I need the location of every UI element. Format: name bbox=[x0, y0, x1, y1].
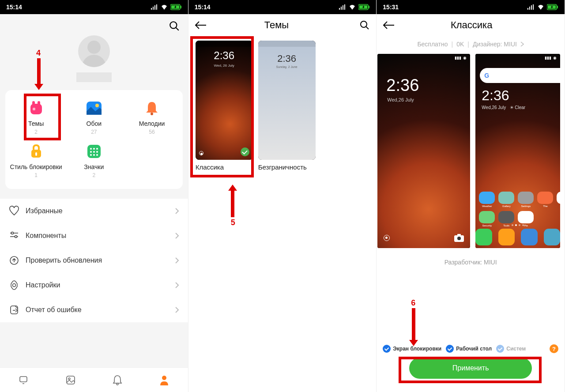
meta-row[interactable]: Бесплатно | 0K | Дизайнер: MIUI bbox=[377, 36, 565, 54]
menu-favorites[interactable]: Избранные bbox=[0, 199, 188, 223]
search-icon[interactable] bbox=[359, 20, 370, 30]
theme-thumb: 2:36 Sunday, 2 June bbox=[258, 41, 316, 160]
theme-name: Классика bbox=[196, 163, 253, 171]
cell-label: Значки bbox=[84, 163, 104, 170]
signal-icon bbox=[151, 4, 158, 10]
svg-marker-33 bbox=[11, 281, 17, 290]
svg-rect-42 bbox=[339, 8, 340, 10]
svg-rect-9 bbox=[30, 104, 42, 114]
cell-label: Темы bbox=[28, 120, 44, 127]
chevron-right-icon bbox=[175, 207, 179, 215]
svg-point-29 bbox=[11, 232, 14, 234]
cell-icons[interactable]: Значки 2 bbox=[65, 141, 123, 185]
svg-rect-45 bbox=[344, 4, 345, 10]
svg-rect-1 bbox=[153, 7, 154, 10]
categories-card: Темы 2 Обои 27 Мелодии 56 Стиль блокиров… bbox=[5, 90, 183, 189]
preview-date: Wed,26 July bbox=[387, 97, 414, 102]
header: Темы bbox=[188, 14, 377, 36]
svg-point-39 bbox=[68, 378, 70, 380]
screen-profile: 15:14 Темы 2 Обои 27 bbox=[0, 0, 188, 392]
menu-settings[interactable]: Настройки bbox=[0, 273, 188, 298]
check-icon bbox=[446, 345, 454, 353]
image-icon bbox=[65, 375, 76, 385]
opt-system[interactable]: Систем bbox=[496, 345, 526, 353]
app-icon: Weather bbox=[479, 192, 495, 207]
cell-themes[interactable]: Темы 2 bbox=[7, 98, 65, 141]
user-name-placeholder bbox=[76, 72, 112, 82]
svg-rect-10 bbox=[32, 101, 35, 106]
svg-point-49 bbox=[361, 21, 367, 27]
battery-icon bbox=[547, 4, 558, 10]
nav-home[interactable] bbox=[0, 368, 47, 392]
svg-point-7 bbox=[170, 22, 177, 28]
svg-point-27 bbox=[96, 154, 98, 156]
dock bbox=[475, 229, 560, 245]
annotation-5: 5 bbox=[231, 218, 235, 227]
menu-report[interactable]: Отчет об ошибке bbox=[0, 298, 188, 322]
annotation-4: 4 bbox=[36, 49, 41, 58]
theme-icon bbox=[29, 101, 44, 115]
cell-lock-style[interactable]: Стиль блокировки 1 bbox=[7, 141, 65, 185]
app-grid: WeatherGallerySettingsTheGoogleSecurityT… bbox=[479, 192, 560, 227]
svg-rect-57 bbox=[557, 6, 558, 8]
page-title: Классика bbox=[384, 19, 558, 31]
chevron-right-icon bbox=[520, 41, 524, 47]
cell-count: 2 bbox=[34, 129, 38, 135]
menu-update[interactable]: Проверить обновления bbox=[0, 248, 188, 273]
dock-icon bbox=[544, 229, 561, 245]
page-title: Темы bbox=[194, 19, 360, 31]
svg-rect-6 bbox=[181, 6, 181, 8]
svg-rect-12 bbox=[33, 108, 35, 110]
svg-rect-44 bbox=[343, 5, 343, 10]
apply-button[interactable]: Применить bbox=[409, 358, 532, 379]
google-logo: G bbox=[484, 72, 489, 79]
status-icons bbox=[151, 4, 182, 10]
svg-point-60 bbox=[457, 237, 461, 240]
svg-rect-36 bbox=[20, 377, 27, 382]
svg-rect-48 bbox=[369, 6, 369, 8]
chevron-right-icon bbox=[175, 232, 179, 239]
battery-icon bbox=[170, 4, 182, 10]
nav-wallpaper[interactable] bbox=[47, 368, 94, 392]
menu-components[interactable]: Компоненты bbox=[0, 223, 188, 248]
preview-homescreen[interactable]: ▮▮▮◉ G 2:36 Wed,26 July ☀ Clear WeatherG… bbox=[475, 54, 560, 248]
cell-ringtones[interactable]: Мелодии 56 bbox=[123, 98, 181, 141]
wifi-icon bbox=[349, 4, 356, 10]
cell-label: Стиль блокировки bbox=[10, 163, 62, 170]
svg-point-21 bbox=[96, 148, 98, 150]
status-icons bbox=[339, 4, 370, 10]
thumb-date: Sunday, 2 June bbox=[258, 65, 316, 68]
svg-rect-17 bbox=[35, 152, 37, 156]
dock-icon bbox=[521, 229, 538, 245]
svg-rect-59 bbox=[457, 234, 461, 236]
nav-ringtones[interactable] bbox=[94, 368, 141, 392]
preview-lockscreen[interactable]: ▮▮▮◉ 2:36 Wed,26 July bbox=[377, 54, 470, 248]
chevron-right-icon bbox=[175, 282, 179, 289]
cell-wallpapers[interactable]: Обои 27 bbox=[65, 98, 123, 141]
svg-point-15 bbox=[151, 113, 153, 115]
arrow-down bbox=[414, 308, 418, 346]
svg-line-8 bbox=[176, 27, 179, 30]
camera-icon bbox=[454, 234, 464, 242]
help-icon[interactable]: ? bbox=[550, 344, 558, 353]
svg-point-41 bbox=[162, 376, 166, 380]
nav-profile[interactable] bbox=[141, 368, 188, 392]
status-bar: 15:31 bbox=[377, 0, 565, 14]
svg-point-20 bbox=[93, 148, 95, 150]
svg-rect-3 bbox=[156, 4, 157, 10]
avatar-section[interactable] bbox=[0, 32, 188, 90]
developer-line: Разработчик: MIUI bbox=[377, 259, 565, 266]
theme-limitless[interactable]: 2:36 Sunday, 2 June Безграничность bbox=[258, 41, 316, 171]
wifi-icon bbox=[537, 4, 544, 10]
dock-icon bbox=[475, 229, 492, 245]
theme-classic[interactable]: 2:36 Wed, 26 July Классика bbox=[196, 41, 253, 171]
svg-rect-51 bbox=[527, 8, 528, 10]
search-icon[interactable] bbox=[169, 20, 180, 32]
radio-icon bbox=[199, 151, 203, 155]
check-icon bbox=[383, 345, 391, 353]
previews: ▮▮▮◉ 2:36 Wed,26 July ▮▮▮◉ G 2:36 Wed,26… bbox=[377, 54, 565, 248]
opt-desktop[interactable]: Рабочий стол bbox=[446, 345, 492, 353]
heart-icon bbox=[9, 206, 19, 216]
wifi-icon bbox=[161, 4, 168, 10]
cell-count: 2 bbox=[92, 172, 95, 178]
